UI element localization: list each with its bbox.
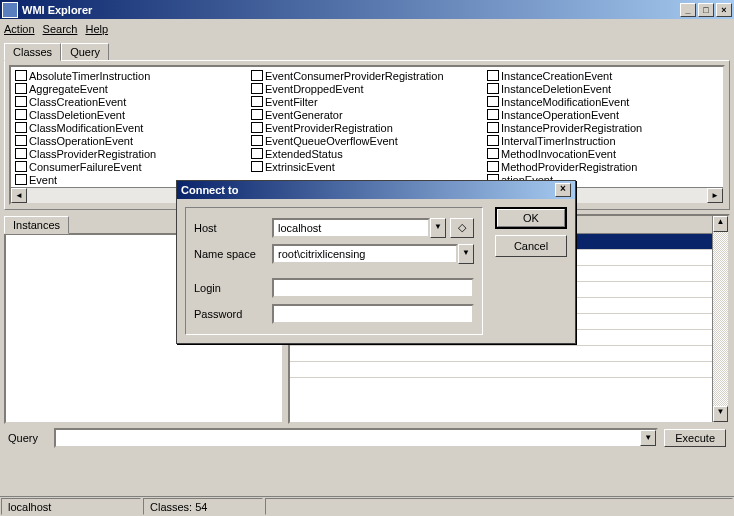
query-input[interactable]: [56, 430, 640, 446]
class-icon: [15, 161, 27, 172]
login-input[interactable]: [272, 278, 474, 298]
class-item[interactable]: EventDroppedEvent: [249, 82, 485, 95]
class-item[interactable]: EventGenerator: [249, 108, 485, 121]
class-icon: [15, 109, 27, 120]
class-item[interactable]: ExtendedStatus: [249, 147, 485, 160]
browse-icon[interactable]: ◇: [450, 218, 474, 238]
class-icon: [15, 135, 27, 146]
class-label: EventConsumerProviderRegistration: [265, 70, 444, 82]
dialog-close-button[interactable]: ×: [555, 183, 571, 197]
scroll-track[interactable]: [713, 232, 728, 406]
ok-button[interactable]: OK: [495, 207, 567, 229]
scroll-right-button[interactable]: ►: [707, 188, 723, 203]
class-item[interactable]: EventConsumerProviderRegistration: [249, 69, 485, 82]
menu-action[interactable]: Action: [4, 23, 35, 35]
dialog-titlebar[interactable]: Connect to ×: [177, 181, 575, 199]
class-icon: [251, 161, 263, 172]
class-label: InstanceCreationEvent: [501, 70, 612, 82]
class-label: ClassModificationEvent: [29, 122, 143, 134]
class-item[interactable]: InstanceProviderRegistration: [485, 121, 721, 134]
class-label: ClassCreationEvent: [29, 96, 126, 108]
minimize-button[interactable]: _: [680, 3, 696, 17]
class-label: IntervalTimerInstruction: [501, 135, 616, 147]
class-icon: [251, 135, 263, 146]
class-icon: [15, 174, 27, 185]
grid-row[interactable]: [290, 346, 728, 362]
titlebar: WMI Explorer _ □ ×: [0, 0, 734, 19]
class-item[interactable]: ClassDeletionEvent: [13, 108, 249, 121]
namespace-dropdown-button[interactable]: ▼: [458, 244, 474, 264]
class-label: EventDroppedEvent: [265, 83, 363, 95]
class-icon: [487, 122, 499, 133]
menu-search[interactable]: Search: [43, 23, 78, 35]
class-label: AggregateEvent: [29, 83, 108, 95]
close-button[interactable]: ×: [716, 3, 732, 17]
class-icon: [487, 83, 499, 94]
class-icon: [251, 83, 263, 94]
class-label: MethodProviderRegistration: [501, 161, 637, 173]
namespace-input[interactable]: [272, 244, 458, 264]
class-item[interactable]: ConsumerFailureEvent: [13, 160, 249, 173]
host-input[interactable]: [272, 218, 430, 238]
class-label: Event: [29, 174, 57, 186]
class-item[interactable]: AbsoluteTimerInstruction: [13, 69, 249, 82]
maximize-button[interactable]: □: [698, 3, 714, 17]
cancel-button[interactable]: Cancel: [495, 235, 567, 257]
class-label: ExtendedStatus: [265, 148, 343, 160]
grid-row[interactable]: [290, 362, 728, 378]
class-icon: [487, 109, 499, 120]
class-item[interactable]: ExtrinsicEvent: [249, 160, 485, 173]
scroll-up-button[interactable]: ▲: [713, 216, 728, 232]
namespace-label: Name space: [194, 248, 272, 260]
class-label: InstanceOperationEvent: [501, 109, 619, 121]
class-icon: [15, 83, 27, 94]
connect-dialog: Connect to × Host ▼ ◇ Name space ▼: [176, 180, 576, 344]
window-title: WMI Explorer: [22, 4, 680, 16]
vscrollbar[interactable]: ▲ ▼: [712, 216, 728, 422]
class-icon: [487, 161, 499, 172]
class-item[interactable]: MethodProviderRegistration: [485, 160, 721, 173]
class-item[interactable]: EventFilter: [249, 95, 485, 108]
class-item[interactable]: InstanceCreationEvent: [485, 69, 721, 82]
scroll-left-button[interactable]: ◄: [11, 188, 27, 203]
class-icon: [251, 109, 263, 120]
class-item[interactable]: ClassModificationEvent: [13, 121, 249, 134]
query-label: Query: [8, 432, 48, 444]
class-label: AbsoluteTimerInstruction: [29, 70, 150, 82]
class-item[interactable]: ClassProviderRegistration: [13, 147, 249, 160]
status-host: localhost: [1, 498, 141, 515]
class-label: ConsumerFailureEvent: [29, 161, 142, 173]
status-classes: Classes: 54: [143, 498, 263, 515]
class-label: EventProviderRegistration: [265, 122, 393, 134]
tab-query[interactable]: Query: [61, 43, 109, 60]
scroll-down-button[interactable]: ▼: [713, 406, 728, 422]
query-dropdown-button[interactable]: ▼: [640, 430, 656, 446]
class-item[interactable]: IntervalTimerInstruction: [485, 134, 721, 147]
class-item[interactable]: ClassOperationEvent: [13, 134, 249, 147]
class-item[interactable]: AggregateEvent: [13, 82, 249, 95]
host-dropdown-button[interactable]: ▼: [430, 218, 446, 238]
tab-classes[interactable]: Classes: [4, 43, 61, 61]
class-label: InstanceDeletionEvent: [501, 83, 611, 95]
class-item[interactable]: ClassCreationEvent: [13, 95, 249, 108]
class-item[interactable]: EventQueueOverflowEvent: [249, 134, 485, 147]
class-label: MethodInvocationEvent: [501, 148, 616, 160]
tab-instances[interactable]: Instances: [4, 216, 69, 234]
execute-button[interactable]: Execute: [664, 429, 726, 447]
class-icon: [15, 148, 27, 159]
class-icon: [251, 70, 263, 81]
app-icon: [2, 2, 18, 18]
class-icon: [487, 135, 499, 146]
class-item[interactable]: InstanceModificationEvent: [485, 95, 721, 108]
class-item[interactable]: InstanceDeletionEvent: [485, 82, 721, 95]
class-label: ClassOperationEvent: [29, 135, 133, 147]
menu-help[interactable]: Help: [85, 23, 108, 35]
class-item[interactable]: InstanceOperationEvent: [485, 108, 721, 121]
class-label: ClassDeletionEvent: [29, 109, 125, 121]
password-input[interactable]: [272, 304, 474, 324]
class-icon: [487, 70, 499, 81]
class-item[interactable]: EventProviderRegistration: [249, 121, 485, 134]
menubar: Action Search Help: [0, 19, 734, 39]
class-icon: [15, 122, 27, 133]
class-item[interactable]: MethodInvocationEvent: [485, 147, 721, 160]
